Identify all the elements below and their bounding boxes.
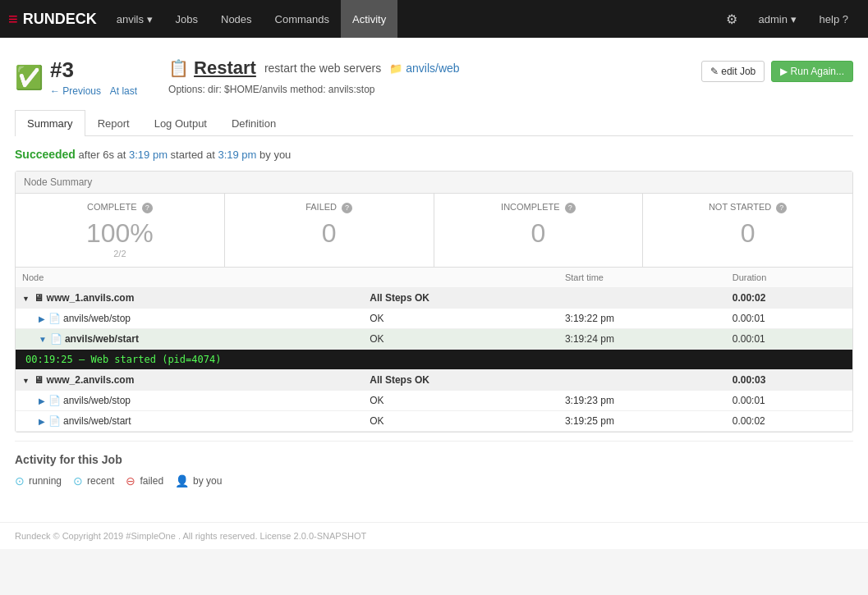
time2[interactable]: 3:19 pm [218, 149, 256, 161]
filter-recent[interactable]: ⊙ recent [73, 474, 114, 487]
col-node: Node [16, 268, 363, 288]
prev-link[interactable]: ← Previous [50, 85, 101, 97]
node-summary-title: Node Summary [16, 172, 852, 194]
node-table: Node Start time Duration ▼ 🖥 www_1.anvil… [16, 268, 852, 432]
tab-log-output[interactable]: Log Output [142, 110, 219, 136]
col-duration: Duration [726, 268, 852, 288]
filter-failed[interactable]: ⊖ failed [126, 474, 163, 487]
table-row: ▼ 📄 anvils/web/start OK 3:19:24 pm 0.00:… [16, 329, 852, 350]
recent-icon: ⊙ [73, 474, 83, 487]
table-row: ▼ 🖥 www_1.anvils.com All Steps OK 0.00:0… [16, 288, 852, 309]
node-status: All Steps OK [363, 288, 558, 309]
expand-icon[interactable]: ▶ [39, 314, 45, 323]
stat-failed-label: FAILED ? [233, 202, 425, 213]
step-start: 3:19:22 pm [558, 309, 726, 329]
settings-icon[interactable]: ⚙ [716, 0, 747, 38]
step-start: 3:19:25 pm [558, 411, 726, 432]
at-last-link[interactable]: At last [110, 85, 137, 97]
brand-icon: ≡ [8, 10, 18, 29]
stat-complete: COMPLETE ? 100% 2/2 [16, 194, 225, 267]
table-header-row: Node Start time Duration [16, 268, 852, 288]
node-duration: 0.00:03 [726, 370, 852, 391]
activity-filters: ⊙ running ⊙ recent ⊖ failed 👤 by you [15, 474, 853, 487]
navbar: ≡ RUNDECK anvils ▾ Jobs Nodes Commands A… [0, 0, 868, 38]
activity-section: Activity for this Job ⊙ running ⊙ recent… [15, 441, 853, 499]
incomplete-info-icon[interactable]: ? [565, 203, 576, 213]
filter-recent-label: recent [87, 475, 114, 487]
started-text: started at [171, 149, 215, 161]
step-name: ▶ 📄 anvils/web/stop [16, 309, 363, 329]
nav-activity[interactable]: Activity [341, 0, 397, 38]
chevron-down-icon[interactable]: ▼ [22, 295, 30, 303]
step-name: ▶ 📄 anvils/web/stop [16, 391, 363, 411]
after-text: after 6s at [79, 149, 126, 161]
step-duration: 0.00:01 [726, 391, 852, 411]
node-name: ▼ 🖥 www_2.anvils.com [16, 370, 363, 391]
file-icon: 📄 [50, 333, 62, 345]
tabs: Summary Report Log Output Definition [15, 110, 853, 136]
filter-by-you-label: by you [193, 475, 222, 487]
filter-by-you[interactable]: 👤 by you [175, 474, 222, 487]
step-status: OK [363, 329, 558, 350]
node-duration: 0.00:02 [726, 288, 852, 309]
nav-jobs[interactable]: Jobs [164, 0, 209, 38]
file-icon: 📄 [48, 415, 61, 427]
table-row: ▶ 📄 anvils/web/start OK 3:19:25 pm 0.00:… [16, 411, 852, 432]
by-text: by you [259, 149, 291, 161]
expand-icon[interactable]: ▶ [39, 417, 45, 426]
complete-info-icon[interactable]: ? [142, 203, 153, 213]
stat-incomplete-label: INCOMPLETE ? [443, 202, 635, 213]
stat-not-started: NOT STARTED ? 0 [643, 194, 852, 267]
chevron-down-icon[interactable]: ▼ [22, 377, 30, 385]
step-name: ▶ 📄 anvils/web/start [16, 411, 363, 432]
tab-summary[interactable]: Summary [15, 110, 85, 136]
node-name: ▼ 🖥 www_1.anvils.com [16, 288, 363, 309]
nav-commands[interactable]: Commands [264, 0, 341, 38]
node-stats: COMPLETE ? 100% 2/2 FAILED ? 0 INCOMPLET… [16, 194, 852, 268]
step-start: 3:19:24 pm [558, 329, 726, 350]
col-start-time: Start time [558, 268, 726, 288]
server-icon: 🖥 [34, 292, 44, 304]
not-started-info-icon[interactable]: ? [776, 203, 787, 213]
step-duration: 0.00:01 [726, 309, 852, 329]
footer-link[interactable]: #SimpleOne [126, 531, 176, 541]
server-icon: 🖥 [34, 374, 44, 386]
edit-job-button[interactable]: ✎ edit Job [701, 61, 765, 82]
nav-help[interactable]: help ? [808, 0, 860, 38]
options-label: Options: [168, 84, 205, 95]
job-title-row: 📋 Restart restart the web servers 📁 anvi… [168, 57, 701, 79]
step-status: OK [363, 309, 558, 329]
table-row: ▶ 📄 anvils/web/stop OK 3:19:23 pm 0.00:0… [16, 391, 852, 411]
footer-suffix: . All rights reserved. License 2.0.0-SNA… [178, 531, 366, 541]
table-row: ▼ 🖥 www_2.anvils.com All Steps OK 0.00:0… [16, 370, 852, 391]
step-status: OK [363, 411, 558, 432]
nav-nodes[interactable]: Nodes [209, 0, 264, 38]
stat-incomplete-value: 0 [443, 218, 635, 249]
nav-admin[interactable]: admin ▾ [747, 0, 808, 38]
options-value: dir: $HOME/anvils method: anvils:stop [208, 84, 374, 95]
run-again-button[interactable]: ▶ Run Again... [771, 61, 853, 82]
failed-info-icon[interactable]: ? [342, 203, 352, 213]
job-path-link[interactable]: anvils/web [406, 62, 459, 75]
filter-failed-label: failed [140, 475, 163, 487]
step-duration: 0.00:01 [726, 329, 852, 350]
tab-report[interactable]: Report [85, 110, 142, 136]
main-content: ✅ #3 ← Previous At last 📋 Restart restar… [0, 38, 868, 522]
expand-icon[interactable]: ▼ [39, 335, 47, 344]
stat-incomplete: INCOMPLETE ? 0 [434, 194, 644, 267]
footer-text: Rundeck © Copyright 2019 [15, 531, 123, 541]
file-icon: 📄 [48, 313, 61, 324]
time1[interactable]: 3:19 pm [129, 149, 168, 161]
filter-running[interactable]: ⊙ running [15, 474, 62, 487]
file-icon: 📄 [48, 395, 61, 406]
running-icon: ⊙ [15, 474, 25, 487]
node-status: All Steps OK [363, 370, 558, 391]
log-content: 00:19:25 – Web started (pid=4074) [16, 350, 852, 370]
job-title-section: 📋 Restart restart the web servers 📁 anvi… [168, 57, 701, 95]
expand-icon[interactable]: ▶ [39, 396, 45, 405]
tab-definition[interactable]: Definition [219, 110, 288, 136]
stat-failed: FAILED ? 0 [225, 194, 434, 267]
job-number-section: ✅ #3 ← Previous At last [15, 57, 144, 97]
job-header: ✅ #3 ← Previous At last 📋 Restart restar… [15, 49, 853, 102]
nav-anvils[interactable]: anvils ▾ [105, 0, 164, 38]
